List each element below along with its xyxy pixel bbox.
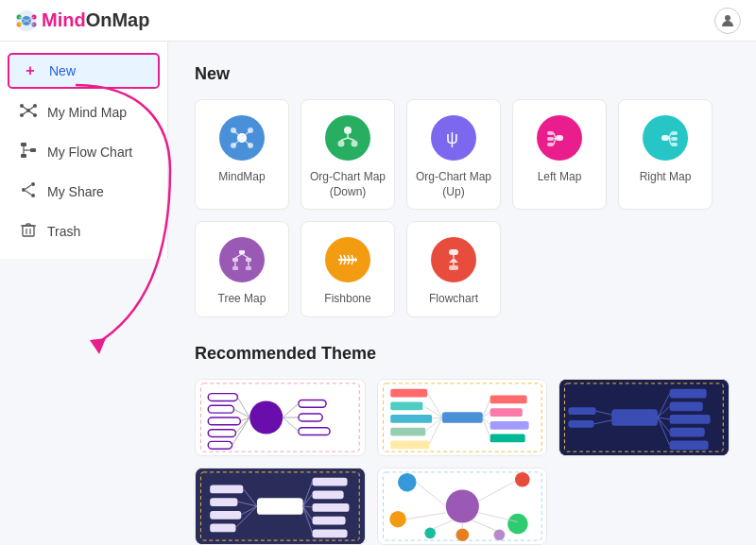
theme-card-5[interactable] bbox=[377, 468, 548, 545]
svg-rect-153 bbox=[312, 478, 347, 486]
svg-point-10 bbox=[725, 15, 730, 21]
svg-rect-70 bbox=[232, 258, 238, 262]
flow-chart-icon bbox=[19, 142, 38, 162]
theme-card-2[interactable] bbox=[377, 379, 548, 456]
svg-rect-72 bbox=[232, 266, 238, 270]
sidebar-item-my-share[interactable]: My Share bbox=[0, 172, 167, 212]
main-layout: + New My Mind bbox=[0, 42, 756, 545]
svg-rect-128 bbox=[490, 434, 524, 442]
svg-rect-62 bbox=[662, 135, 669, 141]
svg-rect-90 bbox=[449, 265, 458, 270]
svg-rect-165 bbox=[210, 511, 241, 519]
svg-rect-156 bbox=[312, 517, 345, 525]
svg-rect-117 bbox=[390, 415, 432, 423]
svg-line-29 bbox=[26, 191, 31, 195]
svg-point-50 bbox=[352, 141, 358, 147]
sidebar-item-trash[interactable]: Trash bbox=[0, 212, 167, 251]
new-icon: + bbox=[21, 62, 40, 79]
svg-text:ψ: ψ bbox=[446, 128, 458, 147]
sidebar-item-my-flow-chart[interactable]: My Flow Chart bbox=[0, 132, 167, 172]
org-down-icon-circle bbox=[325, 115, 370, 161]
theme-grid bbox=[195, 379, 730, 545]
svg-rect-21 bbox=[21, 154, 26, 158]
svg-point-49 bbox=[338, 141, 345, 147]
mindmap-icon-circle bbox=[219, 115, 265, 161]
flowchart-icon-circle bbox=[431, 237, 476, 282]
svg-rect-138 bbox=[670, 415, 711, 424]
share-icon bbox=[19, 181, 38, 202]
svg-rect-137 bbox=[670, 401, 703, 411]
org-up-label: Org-Chart Map (Up) bbox=[415, 170, 492, 199]
svg-rect-157 bbox=[312, 529, 347, 537]
svg-marker-37 bbox=[90, 338, 106, 354]
right-map-label: Right Map bbox=[640, 170, 692, 185]
svg-rect-63 bbox=[671, 131, 678, 135]
svg-point-95 bbox=[249, 400, 283, 434]
template-card-tree-map[interactable]: Tree Map bbox=[195, 221, 289, 317]
svg-point-175 bbox=[515, 472, 530, 487]
template-card-org-up[interactable]: ψ Org-Chart Map (Up) bbox=[406, 99, 501, 210]
sidebar: + New My Mind bbox=[0, 42, 168, 259]
svg-rect-114 bbox=[442, 412, 483, 423]
svg-rect-135 bbox=[612, 409, 659, 426]
svg-point-179 bbox=[424, 527, 436, 538]
sidebar-new-label: New bbox=[49, 63, 76, 78]
theme-card-1[interactable] bbox=[195, 379, 366, 456]
sidebar-my-mind-map-label: My Mind Map bbox=[47, 105, 127, 120]
template-card-mindmap[interactable]: MindMap bbox=[195, 99, 289, 210]
svg-rect-152 bbox=[257, 498, 303, 515]
theme-preview-5 bbox=[378, 468, 547, 544]
svg-rect-146 bbox=[569, 407, 596, 415]
tree-map-icon-circle bbox=[219, 237, 265, 282]
svg-rect-55 bbox=[556, 135, 563, 141]
svg-rect-58 bbox=[547, 143, 554, 146]
fishbone-icon-circle bbox=[325, 237, 370, 282]
svg-point-174 bbox=[398, 473, 417, 492]
sidebar-my-flow-chart-label: My Flow Chart bbox=[47, 145, 132, 160]
template-card-right-map[interactable]: Right Map bbox=[618, 99, 713, 210]
sidebar-item-new[interactable]: + New bbox=[8, 53, 160, 89]
theme-preview-3 bbox=[559, 380, 729, 455]
template-card-flowchart[interactable]: Flowchart bbox=[406, 221, 501, 317]
template-card-left-map[interactable]: Left Map bbox=[512, 99, 607, 210]
svg-rect-155 bbox=[312, 503, 349, 512]
svg-line-59 bbox=[554, 133, 556, 138]
svg-line-66 bbox=[669, 133, 671, 138]
svg-rect-125 bbox=[490, 395, 526, 403]
theme-card-3[interactable] bbox=[558, 379, 730, 456]
svg-rect-20 bbox=[21, 143, 26, 146]
svg-line-17 bbox=[22, 111, 28, 115]
svg-rect-118 bbox=[390, 428, 425, 436]
left-map-icon-circle bbox=[537, 115, 582, 161]
svg-rect-88 bbox=[449, 249, 458, 255]
svg-line-52 bbox=[341, 138, 348, 141]
right-map-icon-circle bbox=[643, 115, 688, 161]
trash-icon bbox=[19, 221, 38, 242]
mindmap-label: MindMap bbox=[218, 170, 265, 185]
svg-line-19 bbox=[28, 111, 35, 115]
recommended-section-title: Recommended Theme bbox=[195, 344, 730, 364]
tree-map-label: Tree Map bbox=[218, 292, 266, 307]
logo-text: MindOnMap bbox=[42, 9, 149, 31]
svg-line-16 bbox=[22, 106, 28, 111]
main-content: New bbox=[168, 42, 756, 545]
svg-rect-136 bbox=[670, 389, 707, 399]
svg-rect-166 bbox=[210, 523, 235, 532]
sidebar-item-my-mind-map[interactable]: My Mind Map bbox=[0, 93, 167, 132]
svg-point-178 bbox=[455, 528, 469, 541]
svg-rect-73 bbox=[246, 266, 251, 270]
theme-preview-2 bbox=[378, 380, 547, 455]
template-card-org-down[interactable]: Org-Chart Map(Down) bbox=[301, 99, 395, 210]
theme-preview-4 bbox=[196, 468, 365, 544]
svg-rect-147 bbox=[569, 420, 594, 428]
svg-rect-22 bbox=[30, 148, 36, 152]
svg-point-48 bbox=[344, 127, 352, 134]
theme-card-4[interactable] bbox=[195, 468, 366, 545]
svg-rect-164 bbox=[210, 498, 237, 506]
fishbone-label: Fishbone bbox=[324, 292, 370, 307]
svg-rect-127 bbox=[490, 421, 528, 430]
user-avatar[interactable] bbox=[714, 8, 741, 34]
header: MindOnMap bbox=[0, 0, 756, 42]
svg-rect-65 bbox=[671, 143, 678, 146]
template-card-fishbone[interactable]: Fishbone bbox=[301, 221, 395, 317]
